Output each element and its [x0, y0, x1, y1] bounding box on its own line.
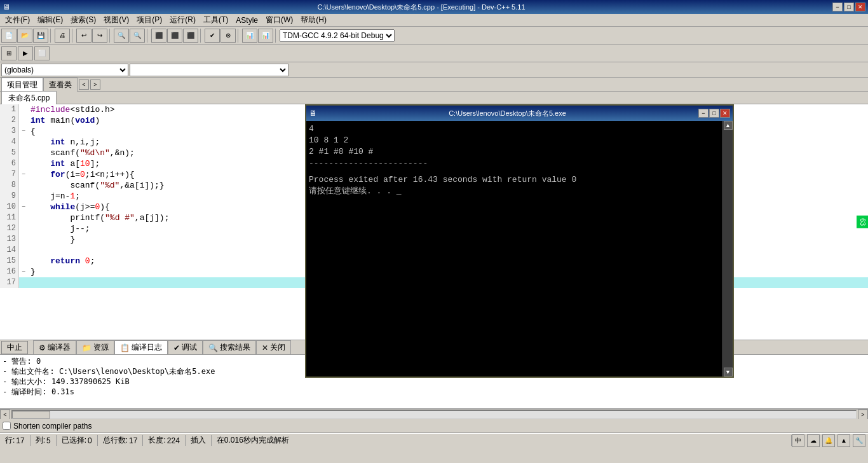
shorten-bar: Shorten compiler paths [0, 419, 868, 433]
comment-button[interactable]: ⬛ [183, 29, 198, 43]
exe-output-line-5: Process exited after 16.43 seconds with … [309, 174, 720, 186]
tb2-btn1[interactable]: ⊞ [1, 46, 17, 60]
status-icon-gear[interactable]: 🔧 [853, 434, 865, 447]
fold-3[interactable]: − [19, 126, 28, 137]
menu-item-r[interactable]: 运行(R) [166, 13, 200, 27]
code-text-12: j--; [28, 223, 90, 234]
status-icon-bell[interactable]: 🔔 [822, 434, 835, 447]
globals-bar: (globals) [0, 62, 868, 78]
project-tabs: 项目管理 查看类 < > [0, 78, 868, 92]
exe-close-btn[interactable]: ✕ [720, 109, 730, 118]
status-icon-zh[interactable]: 中 [792, 434, 804, 447]
code-text-15: return 0; [28, 256, 95, 266]
status-parse-info: 在0.016秒内完成解析 [212, 435, 792, 446]
btab-resources[interactable]: 📁 资源 [76, 340, 114, 354]
status-row: 行: 17 [0, 435, 31, 446]
btab-debug[interactable]: ✔ 调试 [168, 340, 203, 354]
tab-view-class[interactable]: 查看类 [43, 78, 78, 92]
line-num-4: 4 [0, 137, 19, 148]
compiler-select[interactable]: TDM-GCC 4.9.2 64-bit Debug [280, 29, 395, 42]
menu-item-f[interactable]: 文件(F) [1, 13, 34, 27]
fold-16[interactable]: − [19, 266, 28, 277]
status-length: 长度: 224 [143, 435, 185, 446]
window-title: C:\Users\lenovo\Desktop\未命名5.cpp - [Exec… [10, 3, 832, 12]
exe-scrollbar[interactable]: ▲ ▼ [722, 121, 733, 377]
tab-project-manager[interactable]: 项目管理 [1, 78, 43, 92]
btab-compiler[interactable]: ⚙ 编译器 [33, 340, 76, 354]
main-area: 1 #include<stdio.h> 2 int main(void) 3 −… [0, 104, 868, 340]
btab-search[interactable]: 🔍 搜索结果 [203, 340, 256, 354]
exe-scroll-up[interactable]: ▲ [724, 121, 733, 130]
exe-content-row: 4 10 8 1 2 2 #1 #8 #10 # ---------------… [306, 121, 733, 377]
status-icon-cloud[interactable]: ☁ [807, 434, 820, 447]
line-num-13: 13 [0, 234, 19, 245]
hscroll-track[interactable] [11, 410, 857, 419]
log-line-4: - 编译时间: 0.31s [3, 387, 865, 397]
nav-prev[interactable]: < [79, 79, 89, 90]
toolbar1: 📄 📂 💾 🖨 ↩ ↪ 🔍 🔍 ⬛ ⬛ ⬛ ✔ ⊗ 📊 📊 TDM-GCC 4.… [0, 27, 868, 45]
globals-dropdown[interactable]: (globals) [1, 64, 128, 76]
line-num-17: 17 [0, 277, 19, 288]
exe-scroll-down[interactable]: ▼ [724, 368, 733, 377]
line-num-8: 8 [0, 180, 19, 191]
hscroll-left[interactable]: < [0, 410, 10, 420]
status-bar: 行: 17 列: 5 已选择: 0 总行数: 17 长度: 224 插入 在0.… [0, 433, 868, 447]
save-button[interactable]: 💾 [33, 29, 48, 43]
line-num-12: 12 [0, 223, 19, 234]
app-icon: 🖥 [3, 3, 10, 11]
find-button[interactable]: 🔍 [114, 29, 129, 43]
code-text-10: while(j>=0){ [28, 202, 110, 212]
menu-item-s[interactable]: 搜索(S) [67, 13, 100, 27]
btab-compile-log[interactable]: 📋 编译日志 [114, 340, 168, 354]
line-num-3: 3 [0, 126, 19, 137]
menu-item-e[interactable]: 编辑(E) [34, 13, 67, 27]
debug-button[interactable]: 📊 [258, 29, 273, 43]
close-tab-icon: ✕ [262, 343, 268, 352]
stop-button[interactable]: 中止 [1, 341, 28, 354]
open-button[interactable]: 📂 [17, 29, 32, 43]
shorten-checkbox[interactable] [3, 422, 11, 430]
run-button[interactable]: 📊 [242, 29, 257, 43]
bottom-hscroll[interactable]: < > [0, 409, 868, 419]
exe-min-btn[interactable]: − [698, 109, 709, 118]
line-num-5: 5 [0, 148, 19, 158]
redo-button[interactable]: ↪ [92, 29, 107, 43]
maximize-button[interactable]: □ [844, 3, 854, 11]
indent-button[interactable]: ⬛ [151, 29, 166, 43]
exe-body: 4 10 8 1 2 2 #1 #8 #10 # ---------------… [306, 121, 722, 377]
exe-max-btn[interactable]: □ [709, 109, 719, 118]
scope-dropdown[interactable] [130, 64, 288, 76]
close-tab-label: 关闭 [270, 342, 285, 353]
hscroll-right[interactable]: > [858, 410, 868, 420]
menu-item-astyle[interactable]: AStyle [232, 15, 262, 26]
menu-item-w[interactable]: 窗口(W) [262, 13, 297, 27]
new-button[interactable]: 📄 [1, 29, 17, 43]
menu-item-v[interactable]: 视图(V) [100, 13, 133, 27]
tb2-btn3[interactable]: ⬜ [34, 46, 50, 60]
file-tab-item[interactable]: 未命名5.cpp [1, 91, 57, 105]
status-insert: 插入 [186, 435, 212, 446]
status-total-lines: 总行数: 17 [98, 435, 144, 446]
replace-button[interactable]: 🔍 [130, 29, 145, 43]
menu-item-p[interactable]: 项目(P) [133, 13, 166, 27]
stop-button[interactable]: ⊗ [220, 29, 236, 43]
print-button[interactable]: 🖨 [55, 29, 70, 43]
hscroll-thumb[interactable] [12, 411, 50, 418]
unindent-button[interactable]: ⬛ [167, 29, 182, 43]
status-icon-up[interactable]: ▲ [837, 434, 850, 447]
fold-7[interactable]: − [19, 169, 28, 180]
nav-next[interactable]: > [90, 79, 100, 90]
code-text-6: int a[10]; [28, 158, 100, 169]
undo-button[interactable]: ↩ [76, 29, 92, 43]
fold-10[interactable]: − [19, 202, 28, 212]
close-button[interactable]: ✕ [855, 3, 865, 11]
btab-close[interactable]: ✕ 关闭 [256, 340, 291, 354]
compile-button[interactable]: ✔ [205, 29, 220, 43]
menu-item-t[interactable]: 工具(T) [200, 13, 232, 27]
resources-label: 资源 [93, 342, 109, 353]
title-buttons: − □ ✕ [832, 3, 865, 11]
right-green-tab[interactable]: 63 [857, 216, 868, 228]
menu-item-h[interactable]: 帮助(H) [297, 13, 330, 27]
tb2-btn2[interactable]: ▶ [18, 46, 33, 60]
minimize-button[interactable]: − [832, 3, 843, 11]
